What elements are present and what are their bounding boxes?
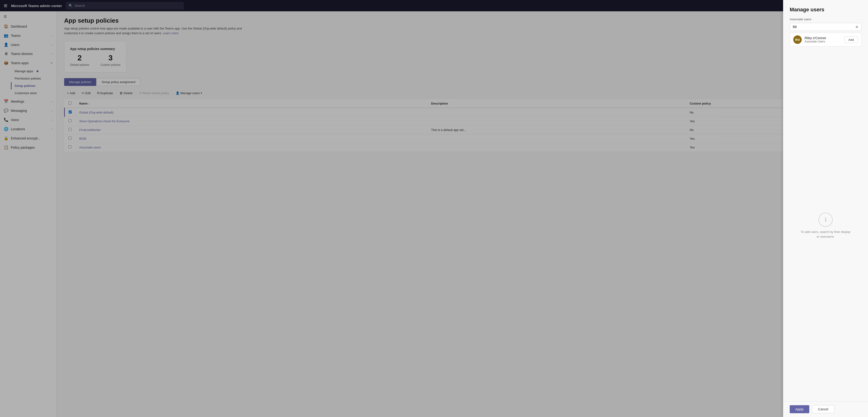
manage-users-panel: Manage users Associate users ✕ RO Riley … [783,0,868,417]
empty-state-text: To add users, search by their display or… [799,230,852,239]
avatar: RO [793,35,802,44]
clear-search-icon[interactable]: ✕ [854,24,859,30]
user-role: Associate Users [805,40,842,43]
empty-state: ℹ To add users, search by their display … [790,50,861,401]
panel-content: ℹ To add users, search by their display … [783,50,868,401]
user-result: RO Riley o'Connor Associate Users Add [790,33,861,47]
add-user-button[interactable]: Add [844,36,858,43]
info-icon: ℹ [818,213,833,227]
user-name: Riley o'Connor [805,36,842,40]
panel-overlay[interactable] [0,0,868,417]
panel-title: Manage users [790,7,861,13]
panel-footer: Apply Cancel [783,401,868,417]
apply-button[interactable]: Apply [790,405,809,413]
panel-search-row[interactable]: ✕ [790,23,861,31]
panel-subtitle: Associate users [790,18,861,21]
panel-header: Manage users Associate users ✕ RO Riley … [783,0,868,50]
cancel-button[interactable]: Cancel [812,405,834,413]
panel-search-input[interactable] [792,23,854,31]
user-info: Riley o'Connor Associate Users [805,36,842,43]
